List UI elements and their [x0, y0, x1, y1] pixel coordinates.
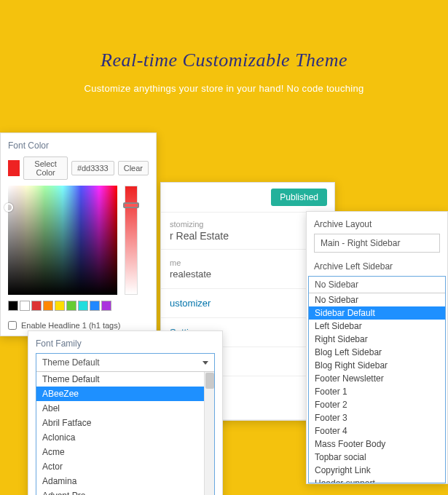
- font-option[interactable]: ABeeZee: [36, 387, 214, 401]
- archive-option[interactable]: Mass Footer Body: [309, 437, 445, 451]
- preset-swatch[interactable]: [43, 301, 53, 311]
- font-family-label: Font Family: [36, 338, 215, 349]
- preset-swatch[interactable]: [20, 301, 30, 311]
- spectrum-cursor[interactable]: [4, 203, 13, 212]
- archive-option[interactable]: Sidebar Default: [309, 306, 445, 320]
- preset-swatch[interactable]: [101, 301, 111, 311]
- font-family-current[interactable]: Theme Default: [36, 354, 214, 372]
- font-family-dropdown[interactable]: Theme Default Theme DefaultABeeZeeAbelAb…: [36, 353, 215, 495]
- font-option[interactable]: Abel: [36, 401, 214, 416]
- scrollbar-thumb[interactable]: [205, 373, 214, 389]
- font-option[interactable]: Aclonica: [36, 430, 214, 445]
- archive-option[interactable]: Footer 4: [309, 424, 445, 437]
- font-option[interactable]: Acme: [36, 445, 214, 459]
- hex-value[interactable]: #dd3333: [71, 161, 114, 175]
- archive-option[interactable]: Header support: [309, 477, 445, 483]
- current-color-swatch[interactable]: [8, 160, 20, 176]
- font-option[interactable]: Adamina: [36, 474, 214, 488]
- enable-h1-checkbox-row[interactable]: Enable Headline 1 (h1 tags): [8, 321, 149, 330]
- archive-layout-select[interactable]: Main - Right Sidebar: [314, 234, 440, 253]
- hue-slider[interactable]: [125, 186, 138, 295]
- archive-option[interactable]: Blog Right Sidebar: [309, 359, 445, 372]
- archive-option[interactable]: Footer 3: [309, 411, 445, 424]
- publish-button[interactable]: Published: [271, 189, 327, 206]
- archive-option[interactable]: Footer 2: [309, 398, 445, 411]
- customizer-title: r Real Estate: [170, 230, 326, 242]
- color-spectrum[interactable]: [8, 186, 117, 295]
- font-family-panel: Font Family Theme Default Theme DefaultA…: [28, 330, 223, 495]
- archive-option[interactable]: Right Sidebar: [309, 333, 445, 346]
- archive-option[interactable]: Footer Newsletter: [309, 372, 445, 385]
- hue-cursor[interactable]: [123, 202, 139, 208]
- font-color-panel: Font Color Select Color #dd3333 Clear En…: [0, 132, 157, 336]
- font-option[interactable]: Actor: [36, 459, 214, 474]
- font-color-label: Font Color: [8, 140, 149, 151]
- theme-label: me: [170, 258, 326, 267]
- hero-title: Real-time Customizable Theme: [0, 50, 448, 71]
- archive-sidebar-dropdown[interactable]: No Sidebar No SidebarSidebar DefaultLeft…: [308, 276, 446, 483]
- font-option[interactable]: Abril Fatface: [36, 416, 214, 430]
- archive-option[interactable]: Topbar social: [309, 451, 445, 464]
- font-option[interactable]: Advent Pro: [36, 488, 214, 495]
- hero-subtitle: Customize anythings your store in your h…: [0, 83, 448, 94]
- preset-swatch[interactable]: [90, 301, 100, 311]
- archive-option[interactable]: Left Sidebar: [309, 320, 445, 333]
- font-option[interactable]: Theme Default: [36, 372, 214, 387]
- archive-option[interactable]: Blog Left Sidebar: [309, 346, 445, 359]
- archive-sidebar-options: No SidebarSidebar DefaultLeft SidebarRig…: [309, 293, 445, 483]
- preset-swatch[interactable]: [8, 301, 18, 311]
- preset-swatch[interactable]: [78, 301, 88, 311]
- clear-color-button[interactable]: Clear: [118, 161, 149, 175]
- hero-section: Real-time Customizable Theme Customize a…: [0, 0, 448, 94]
- theme-value: realestate: [170, 269, 326, 280]
- enable-h1-checkbox[interactable]: [8, 321, 17, 330]
- archive-layout-label: Archive Layout: [307, 219, 447, 234]
- select-color-button[interactable]: Select Color: [23, 157, 68, 180]
- enable-h1-label: Enable Headline 1 (h1 tags): [21, 321, 120, 330]
- publish-row: Published: [161, 183, 334, 213]
- font-family-options: Theme DefaultABeeZeeAbelAbril FatfaceAcl…: [36, 372, 214, 495]
- customizing-label: stomizing: [170, 220, 326, 229]
- font-family-current-text: Theme Default: [42, 357, 100, 368]
- preset-swatch[interactable]: [31, 301, 42, 311]
- archive-panel: Archive Layout Main - Right Sidebar Arch…: [306, 211, 448, 484]
- archive-option[interactable]: Footer 1: [309, 385, 445, 398]
- archive-left-sidebar-label: Archive Left Sidebar: [307, 261, 447, 276]
- preset-swatch[interactable]: [55, 301, 65, 311]
- chevron-down-icon: [203, 361, 208, 365]
- archive-option[interactable]: No Sidebar: [309, 293, 445, 306]
- preset-swatches: [8, 301, 149, 311]
- scrollbar[interactable]: [204, 372, 214, 495]
- preset-swatch[interactable]: [66, 301, 76, 311]
- archive-sidebar-current[interactable]: No Sidebar: [309, 277, 445, 293]
- archive-option[interactable]: Copyright Link: [309, 464, 445, 477]
